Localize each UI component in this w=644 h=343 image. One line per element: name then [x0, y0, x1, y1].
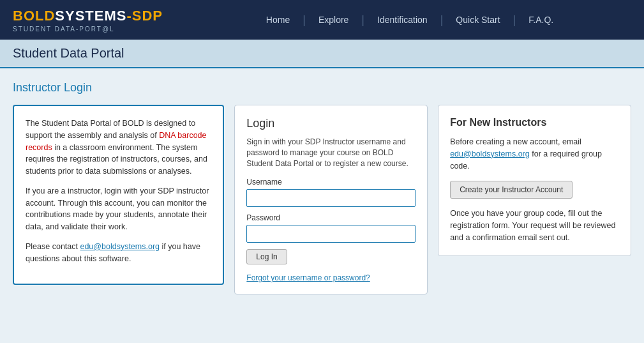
page-title: Student Data Portal: [13, 46, 631, 61]
info-para-3: Please contact edu@boldsystems.org if yo…: [26, 241, 211, 265]
new-instructors-email-link[interactable]: edu@boldsystems.org: [450, 149, 530, 158]
info-card: The Student Data Portal of BOLD is desig…: [13, 105, 224, 285]
new-instructors-desc: Before creating a new account, email edu…: [450, 136, 619, 172]
page-title-bar: Student Data Portal: [0, 40, 644, 68]
nav-home[interactable]: Home: [253, 15, 303, 25]
logo: BOLDSYSTEMS-SDP: [13, 8, 163, 24]
logo-subtitle: STUDENT DATA-PORT@L: [13, 26, 163, 33]
logo-bold: BOLD: [13, 8, 55, 24]
login-description: Sign in with your SDP Instructor usernam…: [246, 137, 416, 169]
new-instructors-card: For New Instructors Before creating a ne…: [438, 105, 631, 256]
main-content: Instructor Login The Student Data Portal…: [0, 68, 644, 307]
nav-identification[interactable]: Identification: [364, 15, 440, 25]
logo-systems: SYSTEMS: [55, 8, 126, 24]
forgot-password-link[interactable]: Forgot your username or password?: [246, 273, 370, 282]
nav: Home | Explore | Identification | Quick …: [188, 13, 631, 27]
username-input[interactable]: [246, 189, 416, 207]
desc-before-link: Before creating a new account, email: [450, 137, 581, 146]
new-instructors-bottom-desc: Once you have your group code, fill out …: [450, 208, 619, 243]
header: BOLDSYSTEMS-SDP STUDENT DATA-PORT@L Home…: [0, 0, 644, 40]
new-instructors-title: For New Instructors: [450, 117, 619, 128]
section-title: Instructor Login: [13, 81, 631, 95]
nav-quick-start[interactable]: Quick Start: [443, 15, 513, 25]
dna-text: DNA barcode records: [26, 131, 207, 152]
login-button[interactable]: Log In: [246, 249, 287, 264]
create-account-button[interactable]: Create your Instructor Account: [450, 181, 573, 199]
info-para-2: If you are a instructor, login with your…: [26, 185, 211, 233]
logo-sdp: -SDP: [126, 8, 163, 24]
password-label: Password: [246, 213, 416, 222]
info-email-link[interactable]: edu@boldsystems.org: [80, 242, 160, 251]
nav-faq[interactable]: F.A.Q.: [516, 15, 566, 25]
cards-row: The Student Data Portal of BOLD is desig…: [13, 105, 631, 294]
login-title: Login: [246, 117, 416, 130]
info-para3-prefix: Please contact: [26, 242, 80, 251]
logo-area: BOLDSYSTEMS-SDP STUDENT DATA-PORT@L: [13, 8, 163, 33]
nav-explore[interactable]: Explore: [306, 15, 361, 25]
login-card: Login Sign in with your SDP Instructor u…: [234, 105, 428, 294]
info-para-1: The Student Data Portal of BOLD is desig…: [26, 118, 211, 178]
username-label: Username: [246, 178, 416, 187]
password-input[interactable]: [246, 225, 416, 243]
